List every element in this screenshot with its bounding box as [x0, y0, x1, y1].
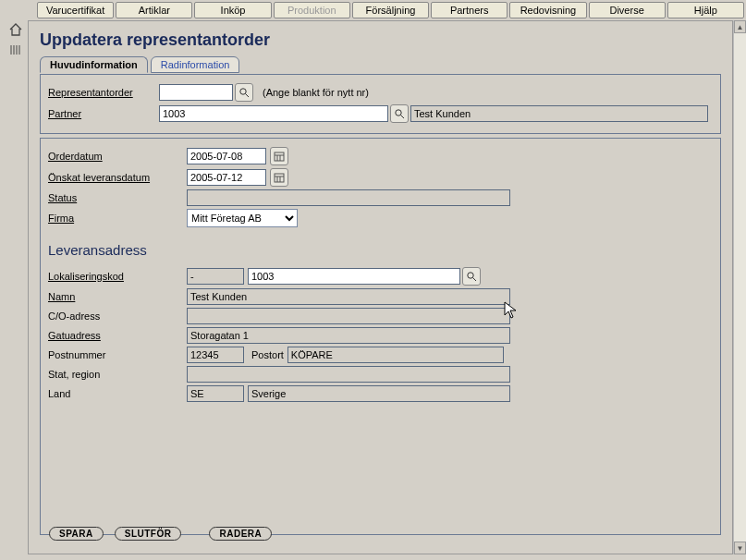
- street-display: [187, 327, 510, 344]
- partner-lookup-icon[interactable]: [390, 104, 409, 123]
- menu-redovisning[interactable]: Redovisning: [509, 2, 586, 18]
- land-code-display: [187, 385, 244, 402]
- menu-inkop[interactable]: Inköp: [194, 2, 271, 18]
- state-label: Stat, region: [48, 369, 187, 380]
- rep-order-input[interactable]: [159, 84, 233, 101]
- svg-rect-8: [275, 152, 284, 161]
- status-label: Status: [48, 192, 187, 203]
- order-detail-panel: Orderdatum Önskat leveransdatum Status F…: [40, 138, 721, 535]
- home-icon[interactable]: [8, 22, 23, 37]
- scroll-down-icon[interactable]: ▼: [734, 542, 746, 554]
- postort-display: [287, 347, 504, 363]
- name-label: Namn: [48, 291, 187, 302]
- finish-button[interactable]: SLUTFÖR: [115, 527, 182, 541]
- name-display: [187, 288, 510, 305]
- req-date-input[interactable]: [187, 169, 266, 186]
- co-label: C/O-adress: [48, 310, 187, 322]
- svg-point-4: [240, 89, 246, 94]
- left-toolbar: [4, 22, 28, 57]
- loc-lookup-icon[interactable]: [462, 267, 481, 286]
- svg-rect-12: [275, 174, 284, 182]
- menu-hjalp[interactable]: Hjälp: [667, 2, 744, 18]
- state-display: [187, 366, 510, 383]
- loc-prefix-display: [187, 268, 244, 285]
- land-label: Land: [48, 388, 187, 399]
- menu-partners[interactable]: Partners: [431, 2, 508, 18]
- status-display: [187, 189, 510, 206]
- scroll-up-icon[interactable]: ▲: [734, 20, 746, 33]
- partner-code-input[interactable]: [159, 105, 388, 122]
- menu-diverse[interactable]: Diverse: [589, 2, 666, 18]
- svg-line-5: [246, 94, 250, 98]
- tab-radinformation[interactable]: Radinformation: [151, 56, 240, 73]
- menu-produktion: Produktion: [274, 2, 350, 18]
- save-button[interactable]: SPARA: [49, 527, 104, 541]
- rep-order-lookup-icon[interactable]: [235, 83, 253, 102]
- main-panel: Uppdatera representantorder Huvudinforma…: [28, 20, 733, 554]
- svg-point-6: [396, 110, 401, 116]
- list-icon[interactable]: [8, 43, 23, 57]
- tab-huvudinformation[interactable]: Huvudinformation: [40, 56, 148, 73]
- order-date-label: Orderdatum: [48, 151, 187, 162]
- loc-label: Lokaliseringskod: [48, 271, 187, 282]
- loc-code-input[interactable]: [248, 268, 460, 285]
- delivery-heading: Leveransadress: [48, 242, 713, 258]
- req-date-label: Önskat leveransdatum: [48, 172, 187, 183]
- menubar: Varucertifikat Artiklar Inköp Produktion…: [0, 0, 746, 20]
- postnr-label: Postnummer: [48, 349, 187, 360]
- firma-label: Firma: [48, 213, 187, 224]
- order-date-calendar-icon[interactable]: [270, 147, 288, 165]
- co-display: [187, 308, 510, 324]
- tab-bar: Huvudinformation Radinformation: [40, 55, 721, 74]
- partner-name-display: [410, 105, 708, 122]
- order-id-panel: Representantorder (Ange blankt för nytt …: [40, 74, 721, 134]
- vertical-scrollbar[interactable]: ▲ ▼: [733, 20, 746, 554]
- firma-select[interactable]: Mitt Företag AB: [187, 209, 298, 227]
- postnr-display: [187, 347, 244, 363]
- svg-line-7: [401, 116, 405, 119]
- req-date-calendar-icon[interactable]: [270, 168, 288, 187]
- street-label: Gatuadress: [48, 330, 187, 341]
- menu-forsaljning[interactable]: Försäljning: [352, 2, 429, 18]
- menu-varucertifikat[interactable]: Varucertifikat: [37, 2, 114, 18]
- order-date-input[interactable]: [187, 148, 266, 164]
- delete-button[interactable]: RADERA: [209, 527, 272, 541]
- rep-order-hint: (Ange blankt för nytt nr): [263, 87, 369, 98]
- partner-label: Partner: [48, 108, 159, 119]
- postort-label: Postort: [251, 349, 284, 360]
- rep-order-label: Representantorder: [48, 87, 159, 98]
- page-title: Uppdatera representantorder: [29, 21, 732, 55]
- svg-line-17: [473, 278, 477, 282]
- land-name-display: [248, 385, 510, 402]
- svg-point-16: [468, 273, 473, 278]
- menu-artiklar[interactable]: Artiklar: [116, 2, 192, 18]
